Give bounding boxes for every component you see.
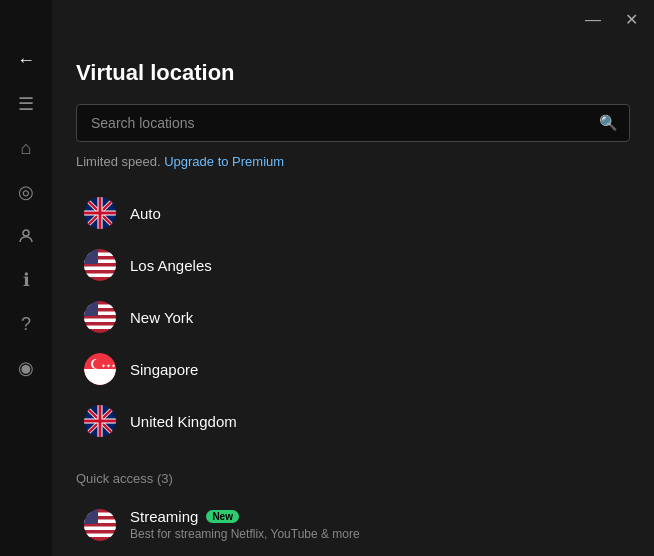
sidebar-help-icon[interactable]: ? <box>6 304 46 344</box>
sidebar-menu-icon[interactable]: ☰ <box>6 84 46 124</box>
quick-desc-streaming-us: Best for streaming Netflix, YouTube & mo… <box>130 527 360 541</box>
svg-text:✦✦✦✦✦: ✦✦✦✦✦ <box>101 363 116 369</box>
location-name-auto: Auto <box>130 205 161 222</box>
flag-singapore: ✦✦✦✦✦ <box>84 353 116 385</box>
flag-united-kingdom <box>84 405 116 437</box>
speed-info-text: Limited speed. <box>76 154 161 169</box>
svg-rect-13 <box>84 267 116 271</box>
quick-name-streaming-us: Streaming <box>130 508 198 525</box>
svg-rect-40 <box>84 526 116 530</box>
flag-streaming-us <box>84 509 116 541</box>
svg-rect-21 <box>84 301 98 316</box>
search-container: 🔍 <box>76 104 630 142</box>
close-button[interactable]: ✕ <box>619 8 644 32</box>
svg-rect-14 <box>84 274 116 278</box>
quick-item-info-streaming-us: Streaming New Best for streaming Netflix… <box>130 508 360 541</box>
svg-rect-41 <box>84 533 116 537</box>
location-list: Auto Los Angeles <box>76 187 630 447</box>
quick-item-streaming-us[interactable]: Streaming New Best for streaming Netflix… <box>76 498 630 551</box>
search-icon: 🔍 <box>599 114 618 132</box>
sidebar-back-icon[interactable]: ← <box>6 40 46 80</box>
location-item-singapore[interactable]: ✦✦✦✦✦ Singapore <box>76 343 630 395</box>
sidebar: ← ☰ ⌂ ◎ ℹ ? ◉ <box>0 0 52 556</box>
location-item-los-angeles[interactable]: Los Angeles <box>76 239 630 291</box>
svg-rect-19 <box>84 319 116 323</box>
sidebar-vpn-icon[interactable]: ◎ <box>6 172 46 212</box>
minimize-button[interactable]: — <box>579 8 607 32</box>
svg-point-0 <box>23 230 29 236</box>
page-title: Virtual location <box>76 60 630 86</box>
title-bar: — ✕ <box>0 0 654 40</box>
sidebar-home-icon[interactable]: ⌂ <box>6 128 46 168</box>
main-content: Virtual location 🔍 Limited speed. Upgrad… <box>52 40 654 556</box>
svg-rect-24 <box>84 369 116 385</box>
svg-rect-20 <box>84 326 116 330</box>
quick-title-row-streaming-us: Streaming New <box>130 508 360 525</box>
flag-los-angeles <box>84 249 116 281</box>
svg-rect-42 <box>84 509 98 524</box>
sidebar-account-icon[interactable] <box>6 216 46 256</box>
new-badge-streaming-us: New <box>206 510 239 523</box>
search-input[interactable] <box>76 104 630 142</box>
svg-rect-15 <box>84 249 98 264</box>
flag-new-york <box>84 301 116 333</box>
sidebar-settings-icon[interactable]: ◉ <box>6 348 46 388</box>
location-name-new-york: New York <box>130 309 193 326</box>
upgrade-link[interactable]: Upgrade to Premium <box>164 154 284 169</box>
location-name-united-kingdom: United Kingdom <box>130 413 237 430</box>
quick-item-streaming-uk[interactable]: Streaming New <box>76 551 630 556</box>
location-item-united-kingdom[interactable]: United Kingdom <box>76 395 630 447</box>
location-item-auto[interactable]: Auto <box>76 187 630 239</box>
location-name-los-angeles: Los Angeles <box>130 257 212 274</box>
flag-auto <box>84 197 116 229</box>
speed-info: Limited speed. Upgrade to Premium <box>76 154 630 169</box>
sidebar-info-icon[interactable]: ℹ <box>6 260 46 300</box>
location-item-new-york[interactable]: New York <box>76 291 630 343</box>
quick-access-title: Quick access (3) <box>76 471 630 486</box>
location-name-singapore: Singapore <box>130 361 198 378</box>
